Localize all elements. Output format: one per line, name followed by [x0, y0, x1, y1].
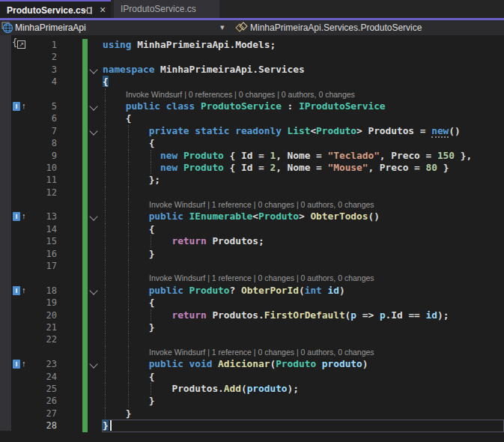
- code-line: 28}: [0, 420, 504, 432]
- current-line-highlight: [102, 420, 504, 432]
- pin-icon[interactable]: [83, 6, 94, 15]
- indent-guide: [105, 88, 106, 100]
- git-change-bar: [82, 162, 88, 174]
- chevron-down-icon[interactable]: ▾: [220, 22, 225, 32]
- codelens-text[interactable]: Invoke Windsurf | 1 reference | 0 change…: [149, 273, 374, 282]
- fold-chevron-icon[interactable]: [89, 127, 97, 135]
- line-number: 8: [30, 138, 57, 148]
- git-change-bar: [82, 371, 88, 383]
- class-icon: [237, 23, 247, 32]
- line-number: 26: [30, 396, 57, 406]
- code-text: }: [103, 408, 132, 420]
- codelens-row[interactable]: Invoke Windsurf | 1 reference | 0 change…: [0, 199, 504, 211]
- implements-interface-icon[interactable]: I: [13, 360, 20, 369]
- git-change-bar: [82, 100, 88, 112]
- project-icon: [1, 22, 13, 34]
- codelens-text[interactable]: Invoke Windsurf | 1 reference | 0 change…: [149, 348, 374, 357]
- git-change-bar: [82, 297, 88, 309]
- fold-chevron-icon[interactable]: [89, 65, 97, 73]
- git-change-bar: [82, 125, 88, 137]
- code-text: public Produto? ObterPorId(int id): [103, 285, 345, 297]
- codelens-row[interactable]: Invoke Windsurf | 1 reference | 0 change…: [0, 272, 504, 284]
- git-change-bar: [82, 174, 88, 186]
- implements-interface-icon[interactable]: I: [13, 286, 20, 295]
- code-line: 22: [0, 333, 504, 345]
- navigation-bar: MinhaPrimeiraApi ▾ MinhaPrimeiraApi.Serv…: [0, 20, 504, 35]
- git-change-bar: [82, 88, 88, 100]
- git-change-bar: [82, 64, 88, 76]
- code-text: public IEnumerable<Produto> ObterTodos(): [103, 211, 380, 222]
- implements-interface-icon[interactable]: I: [13, 212, 20, 221]
- code-line: 26 }: [0, 395, 504, 407]
- git-change-bar: [82, 408, 88, 420]
- indent-guide: [105, 346, 106, 358]
- code-line: 5I↑ public class ProdutoService : IProdu…: [0, 100, 504, 112]
- line-number: 17: [30, 261, 57, 271]
- code-line: 27 }: [0, 408, 504, 420]
- line-number: 13: [30, 211, 57, 222]
- code-text: public class ProdutoService : IProdutoSe…: [103, 100, 386, 112]
- code-text: {: [103, 297, 154, 309]
- indent-guide: [128, 272, 129, 284]
- fold-chevron-icon[interactable]: [89, 360, 97, 368]
- codelens-row[interactable]: Invoke Windsurf | 0 references | 0 chang…: [0, 88, 504, 100]
- code-text: {: [103, 371, 154, 383]
- codelens-row[interactable]: Invoke Windsurf | 1 reference | 0 change…: [0, 346, 504, 358]
- up-arrow-icon: ↑: [22, 359, 26, 368]
- indent-guide: [128, 199, 129, 211]
- code-line: 17: [0, 260, 504, 272]
- implements-interface-icon[interactable]: I: [13, 102, 20, 111]
- git-change-bar: [82, 235, 88, 247]
- code-text: public void Adicionar(Produto produto): [103, 358, 368, 370]
- git-change-bar: [82, 39, 88, 51]
- line-number: 9: [30, 151, 57, 161]
- git-change-bar: [82, 333, 88, 345]
- project-dropdown[interactable]: MinhaPrimeiraApi ▾: [0, 20, 231, 35]
- up-arrow-icon: ↑: [22, 211, 26, 220]
- codelens-text[interactable]: Invoke Windsurf | 0 references | 0 chang…: [126, 90, 355, 99]
- line-number: 23: [30, 359, 57, 369]
- up-arrow-icon: ↑: [22, 285, 26, 294]
- line-number: 25: [30, 384, 57, 394]
- close-icon[interactable]: ✕: [97, 4, 108, 16]
- code-text: {: [103, 137, 154, 149]
- git-change-bar: [82, 137, 88, 149]
- code-line: 9 new Produto { Id = 1, Nome = "Teclado"…: [0, 150, 504, 162]
- git-change-bar: [82, 248, 88, 260]
- code-text: }: [103, 321, 154, 333]
- code-editor[interactable]: { ↗ 1using MinhaPrimeiraApi.Models;23nam…: [0, 35, 504, 442]
- code-line: 12: [0, 187, 504, 199]
- git-change-bar: [82, 223, 88, 235]
- code-line: 13I↑ public IEnumerable<Produto> ObterTo…: [0, 211, 504, 222]
- code-text: }: [103, 248, 154, 260]
- line-number: 5: [30, 101, 57, 112]
- code-line: 16 }: [0, 248, 504, 260]
- git-change-bar: [82, 358, 88, 370]
- git-change-bar: [82, 285, 88, 297]
- code-line: 2: [0, 51, 504, 63]
- fold-chevron-icon[interactable]: [89, 286, 97, 294]
- indent-guide: [105, 260, 106, 272]
- line-number: 16: [30, 249, 57, 259]
- fold-chevron-icon[interactable]: [89, 102, 97, 110]
- code-line: 3namespace MinhaPrimeiraApi.Services: [0, 64, 504, 76]
- tab-iprodutoservice[interactable]: IProdutoService.cs: [114, 0, 219, 18]
- fold-chevron-icon[interactable]: [89, 213, 97, 221]
- line-number: 1: [30, 40, 57, 50]
- git-change-bar: [82, 199, 88, 211]
- indent-guide: [105, 333, 106, 345]
- line-number: 6: [30, 113, 57, 124]
- codelens-text[interactable]: Invoke Windsurf | 1 reference | 0 change…: [149, 200, 374, 209]
- line-number: 14: [30, 224, 57, 234]
- code-text: };: [103, 174, 160, 186]
- indent-guide: [128, 187, 129, 199]
- code-line: 8 {: [0, 137, 504, 149]
- vs-editor-window: ProdutoService.cs ✕ IProdutoService.cs: [0, 0, 504, 442]
- git-change-bar: [82, 383, 88, 395]
- scope-dropdown[interactable]: MinhaPrimeiraApi.Services.ProdutoService: [234, 20, 504, 35]
- line-number: 20: [30, 310, 57, 321]
- git-change-bar: [82, 420, 88, 432]
- code-text: }: [103, 420, 109, 432]
- indent-guide: [105, 187, 106, 199]
- tab-produtoservice[interactable]: ProdutoService.cs ✕: [0, 0, 111, 18]
